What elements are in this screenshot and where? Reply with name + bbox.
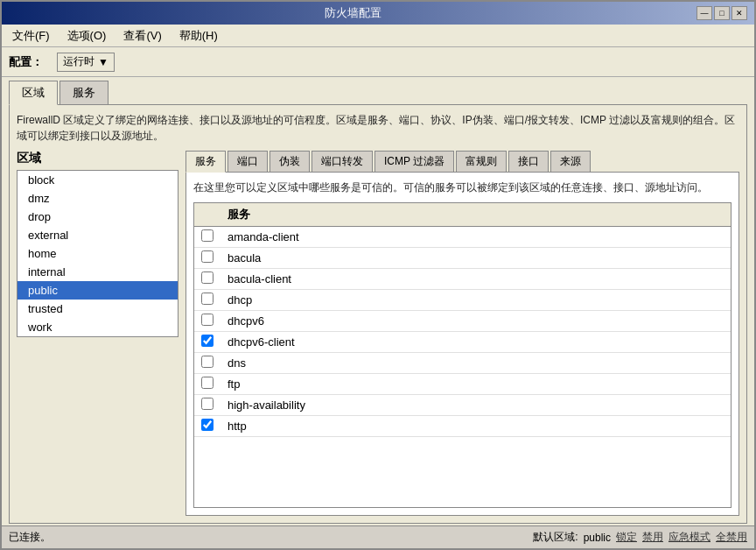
service-checkbox-bacula[interactable] (201, 250, 214, 263)
maximize-button[interactable]: □ (714, 6, 730, 20)
zone-item-block[interactable]: block (18, 171, 178, 189)
service-checkbox-dhcp[interactable] (201, 293, 214, 305)
tab-zones[interactable]: 区域 (9, 81, 58, 105)
table-row: bacula (194, 248, 731, 269)
zone-item-internal[interactable]: internal (18, 263, 178, 281)
tab-icmp-filter[interactable]: ICMP 过滤器 (374, 151, 454, 172)
inner-tab-strip: 服务 端口 伪装 端口转发 ICMP 过滤器 富规则 接口 来源 (186, 151, 739, 173)
services-table-container: 服务 amanda-clientbaculabacula-clientdhcpd… (193, 202, 732, 508)
service-name-dhcp: dhcp (220, 290, 731, 311)
main-window: 防火墙配置 — □ ✕ 文件(F) 选项(O) 查看(V) 帮助(H) 配置： … (0, 0, 756, 550)
panic-link[interactable]: 应急模式 (668, 530, 710, 545)
main-layout: 区域 block dmz drop external home internal… (17, 151, 739, 516)
right-panel: 服务 端口 伪装 端口转发 ICMP 过滤器 富规则 接口 来源 在这里您可以定… (186, 151, 739, 516)
table-row: dhcp (194, 290, 731, 311)
col-checkbox (194, 203, 220, 227)
table-row: bacula-client (194, 269, 731, 290)
default-zone-label: 默认区域: (533, 530, 578, 545)
window-title: 防火墙配置 (9, 5, 696, 21)
zones-header: 区域 (17, 151, 178, 166)
service-name-http: http (220, 416, 731, 437)
tab-rich-rules[interactable]: 富规则 (456, 151, 507, 172)
table-row: high-availability (194, 395, 731, 416)
table-row: dhcpv6-client (194, 332, 731, 353)
menu-help[interactable]: 帮助(H) (172, 26, 225, 46)
toolbar: 配置： 运行时 ▼ (2, 47, 754, 77)
zone-item-dmz[interactable]: dmz (18, 189, 178, 208)
zone-item-home[interactable]: home (18, 244, 178, 263)
service-checkbox-dns[interactable] (201, 356, 214, 368)
service-name-ftp: ftp (220, 374, 731, 395)
title-bar: 防火墙配置 — □ ✕ (2, 2, 754, 25)
tab-sources[interactable]: 来源 (550, 151, 591, 172)
table-row: dns (194, 353, 731, 374)
default-zone-value: public (584, 532, 611, 544)
zone-item-work[interactable]: work (18, 318, 178, 336)
col-service-name: 服务 (220, 203, 731, 227)
status-bar: 已连接。 默认区域: public 锁定 禁用 应急模式 全禁用 (2, 525, 754, 548)
tab-interfaces[interactable]: 接口 (508, 151, 549, 172)
tab-port-forwarding[interactable]: 端口转发 (312, 151, 373, 172)
service-checkbox-ftp[interactable] (201, 377, 214, 389)
content-area: FirewallD 区域定义了绑定的网络连接、接口以及源地址的可信程度。区域是服… (9, 104, 747, 524)
zone-item-drop[interactable]: drop (18, 208, 178, 226)
zones-panel: 区域 block dmz drop external home internal… (17, 151, 178, 516)
service-name-high-availability: high-availability (220, 395, 731, 416)
table-row: ftp (194, 374, 731, 395)
service-checkbox-http[interactable] (201, 419, 214, 431)
close-button[interactable]: ✕ (732, 6, 747, 20)
service-checkbox-bacula-client[interactable] (201, 271, 214, 284)
service-name-dns: dns (220, 353, 731, 374)
service-name-amanda-client: amanda-client (220, 227, 731, 248)
table-row: http (194, 416, 731, 437)
disable-all-link[interactable]: 全禁用 (716, 530, 747, 545)
zone-list: block dmz drop external home internal pu… (17, 170, 178, 337)
tab-ports[interactable]: 端口 (228, 151, 268, 172)
service-name-dhcpv6: dhcpv6 (220, 311, 731, 332)
service-checkbox-dhcpv6-client[interactable] (201, 335, 214, 347)
service-checkbox-dhcpv6[interactable] (201, 314, 214, 326)
runtime-dropdown[interactable]: 运行时 ▼ (57, 53, 115, 72)
menu-bar: 文件(F) 选项(O) 查看(V) 帮助(H) (2, 25, 754, 47)
tab-services-inner[interactable]: 服务 (186, 151, 226, 173)
window-controls: — □ ✕ (696, 6, 747, 20)
table-row: amanda-client (194, 227, 731, 248)
menu-file[interactable]: 文件(F) (5, 26, 57, 46)
service-name-bacula: bacula (220, 248, 731, 269)
lock-link[interactable]: 锁定 (616, 530, 637, 545)
disable-link[interactable]: 禁用 (642, 530, 663, 545)
zone-item-trusted[interactable]: trusted (18, 300, 178, 318)
status-connected: 已连接。 (9, 530, 51, 545)
config-label: 配置： (9, 54, 43, 70)
service-checkbox-high-availability[interactable] (201, 398, 214, 410)
menu-view[interactable]: 查看(V) (116, 26, 168, 46)
service-name-dhcpv6-client: dhcpv6-client (220, 332, 731, 353)
status-right: 默认区域: public 锁定 禁用 应急模式 全禁用 (533, 530, 747, 545)
description-text: FirewallD 区域定义了绑定的网络连接、接口以及源地址的可信程度。区域是服… (17, 112, 739, 144)
service-name-bacula-client: bacula-client (220, 269, 731, 290)
services-description: 在这里您可以定义区域中哪些服务是可信的。可信的服务可以被绑定到该区域的任意连接、… (193, 180, 732, 195)
inner-content: 在这里您可以定义区域中哪些服务是可信的。可信的服务可以被绑定到该区域的任意连接、… (186, 173, 739, 516)
service-checkbox-amanda-client[interactable] (201, 229, 214, 242)
zone-item-external[interactable]: external (18, 226, 178, 244)
tab-services-outer[interactable]: 服务 (60, 81, 108, 104)
menu-options[interactable]: 选项(O) (60, 26, 114, 46)
outer-tab-strip: 区域 服务 (2, 77, 754, 104)
minimize-button[interactable]: — (696, 6, 712, 20)
zone-item-public[interactable]: public (18, 281, 178, 300)
table-row: dhcpv6 (194, 311, 731, 332)
tab-masquerade[interactable]: 伪装 (270, 151, 310, 172)
services-table: 服务 amanda-clientbaculabacula-clientdhcpd… (194, 203, 731, 437)
